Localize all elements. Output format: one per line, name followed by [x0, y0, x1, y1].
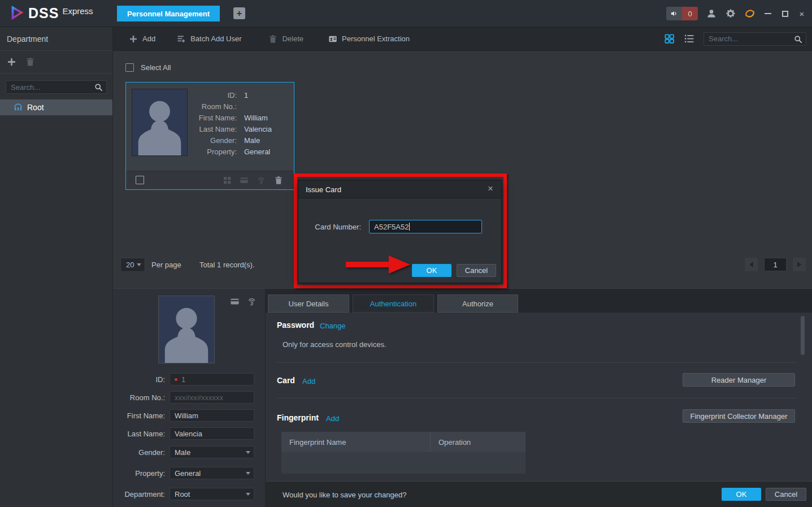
grid-view-icon[interactable] [664, 33, 675, 44]
chevron-down-icon [137, 263, 141, 266]
delete-person-icon[interactable] [274, 176, 283, 185]
dialog-cancel-button[interactable]: Cancel [457, 264, 496, 277]
reader-manager-button[interactable]: Reader Manager [683, 373, 795, 387]
field-label: Property: [207, 148, 237, 156]
id-field[interactable]: 1 [170, 373, 254, 385]
settings-gear-icon[interactable] [725, 8, 736, 19]
department-value: Root [175, 490, 190, 499]
dialog-ok-button[interactable]: OK [412, 264, 451, 277]
field-label: First Name: [199, 114, 237, 122]
delete-user-button[interactable]: Delete [268, 34, 303, 44]
room-no-input[interactable] [175, 393, 242, 402]
alarm-indicator[interactable]: 0 [666, 7, 698, 20]
save-footer: Would you like to save your changed? OK … [266, 481, 812, 507]
save-prompt: Would you like to save your changed? [283, 491, 406, 499]
gender-select[interactable]: Male [170, 446, 254, 458]
card-number-input[interactable]: A52F5A52 [369, 220, 482, 233]
access-icon[interactable] [223, 176, 232, 185]
tab-user-details[interactable]: User Details [268, 294, 349, 313]
room-no-label: Room No.: [130, 393, 165, 402]
total-records-label: Total 1 record(s). [199, 261, 255, 269]
dss-express-window: DSS Express Personnel Management + 0 [0, 0, 812, 507]
fingerprint-table: Fingerprint Name Operation [281, 432, 526, 474]
fingerprint-icon[interactable] [257, 176, 266, 185]
fingerprint-collector-manager-button[interactable]: Fingerprint Collector Manager [683, 409, 795, 423]
list-view-icon[interactable] [684, 33, 694, 44]
cancel-label: Cancel [465, 266, 488, 275]
prev-page-button[interactable] [745, 258, 758, 271]
fingerprint-table-body [281, 452, 526, 474]
person-checkbox[interactable] [136, 176, 144, 184]
batch-add-icon [177, 34, 186, 44]
dialog-title: Issue Card [306, 185, 341, 194]
add-user-label: Add [142, 34, 155, 43]
department-panel-title: Department [0, 27, 112, 51]
minimize-button[interactable] [763, 9, 772, 18]
next-page-button[interactable] [793, 258, 806, 271]
first-name-label: First Name: [127, 411, 165, 420]
personnel-extraction-button[interactable]: Personnel Extraction [328, 34, 410, 44]
reader-manager-label: Reader Manager [711, 376, 767, 384]
last-name-input[interactable] [175, 430, 242, 438]
tab-personnel-management[interactable]: Personnel Management [117, 6, 220, 21]
alarm-count-badge: 0 [682, 7, 698, 20]
batch-add-user-button[interactable]: Batch Add User [177, 34, 241, 44]
fingerprint-table-header: Fingerprint Name Operation [281, 432, 526, 452]
person-card-details: ID:1 Room No.: First Name:William Last N… [126, 91, 294, 159]
annotation-arrow [342, 254, 411, 275]
cancel-label: Cancel [775, 490, 797, 499]
field-label: Gender: [210, 136, 237, 145]
add-user-button[interactable]: Add [129, 34, 155, 44]
brand-name: DSS [28, 5, 59, 21]
department-select[interactable]: Root [170, 488, 254, 500]
person-card[interactable]: ID:1 Room No.: First Name:William Last N… [125, 82, 294, 190]
first-name-input[interactable] [175, 411, 242, 420]
personnel-search-input[interactable] [709, 33, 788, 45]
search-icon[interactable] [794, 35, 802, 44]
department-search-input[interactable] [11, 81, 95, 93]
password-change-link[interactable]: Change [320, 322, 346, 330]
card-add-link[interactable]: Add [302, 377, 315, 385]
password-note: Only for access control devices. [283, 340, 387, 349]
batch-add-user-label: Batch Add User [190, 34, 241, 43]
field-value: General [244, 148, 270, 156]
close-button[interactable]: × [797, 9, 806, 18]
field-value: Male [244, 136, 260, 145]
person-photo[interactable] [158, 296, 215, 363]
maximize-button[interactable] [780, 9, 789, 18]
fingerprint-icon[interactable] [247, 297, 257, 306]
tab-authentication[interactable]: Authentication [353, 294, 434, 313]
divider [277, 362, 797, 363]
scrollbar-thumb[interactable] [801, 316, 805, 355]
delete-user-label: Delete [282, 34, 303, 43]
property-select[interactable]: General [170, 467, 254, 479]
issue-card-icon[interactable] [240, 176, 249, 185]
last-name-field [170, 427, 254, 440]
add-department-icon[interactable] [7, 57, 16, 67]
detail-panel: User Details Authentication Authorize Pa… [266, 288, 812, 507]
fingerprint-add-link[interactable]: Add [326, 414, 339, 423]
save-ok-button[interactable]: OK [722, 488, 761, 501]
user-account-icon[interactable] [706, 8, 717, 19]
personnel-extraction-label: Personnel Extraction [342, 34, 410, 43]
chevron-down-icon [246, 472, 250, 475]
tab-authorize[interactable]: Authorize [437, 294, 518, 313]
field-value: 1 [244, 91, 248, 99]
column-fingerprint-name: Fingerprint Name [281, 432, 431, 452]
search-icon[interactable] [94, 83, 103, 92]
select-all-checkbox[interactable] [125, 63, 134, 72]
sidebar-item-root[interactable]: Root [0, 99, 112, 115]
delete-department-icon[interactable] [25, 57, 35, 67]
save-cancel-button[interactable]: Cancel [766, 488, 806, 501]
chevron-down-icon [246, 451, 250, 454]
brand-swirl-icon [744, 8, 755, 19]
gender-value: Male [175, 448, 190, 457]
sidebar-item-root-label: Root [27, 103, 44, 112]
current-page-indicator[interactable]: 1 [764, 258, 787, 271]
field-label: Last Name: [199, 125, 237, 133]
card-number-label: Card Number: [298, 223, 361, 231]
per-page-select[interactable]: 20 [120, 258, 145, 272]
issue-card-icon[interactable] [230, 297, 240, 306]
new-tab-button[interactable]: + [233, 7, 245, 19]
dialog-close-icon[interactable]: × [485, 184, 496, 194]
